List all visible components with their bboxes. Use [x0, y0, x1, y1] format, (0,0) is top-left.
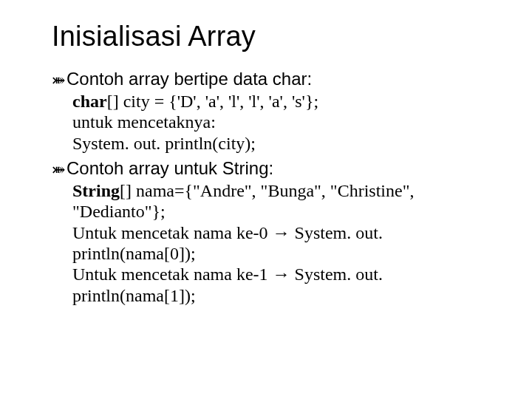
bullet-group-2: ⤘ Contoh array untuk String: String[] na…: [52, 158, 484, 306]
bullet-group-1: ⤘ Contoh array bertipe data char: char[]…: [52, 69, 484, 154]
keyword-char: char: [72, 92, 107, 111]
bullet-icon: ⤘: [52, 160, 65, 180]
keyword-string: String: [72, 181, 120, 200]
bullet-icon: ⤘: [52, 71, 65, 90]
code-line-println-city: System. out. println(city);: [72, 133, 484, 154]
bullet-text-2: Contoh array untuk String:: [66, 158, 484, 179]
text-print-label: untuk mencetaknya:: [72, 112, 484, 132]
bullet-text-1: Contoh array bertipe data char:: [66, 69, 484, 89]
slide: Inisialisasi Array ⤘ Contoh array bertip…: [0, 0, 532, 306]
code-line-string-decl: String[] nama={"Andre", "Bunga", "Christ…: [72, 180, 484, 222]
code-rest-1: [] city = {'D', 'a', 'l', 'l', 'a', 's'}…: [107, 92, 318, 111]
bullet-item-1: ⤘ Contoh array bertipe data char:: [52, 69, 484, 89]
code-rest-2: [] nama={"Andre", "Bunga", "Christine", …: [72, 181, 414, 221]
slide-title: Inisialisasi Array: [52, 21, 484, 52]
code-line-print-0: Untuk mencetak nama ke-0 → System. out. …: [72, 222, 484, 265]
code-line-char-decl: char[] city = {'D', 'a', 'l', 'l', 'a', …: [72, 91, 484, 112]
code-line-print-1: Untuk mencetak nama ke-1 → System. out. …: [72, 264, 484, 306]
bullet-item-2: ⤘ Contoh array untuk String:: [52, 158, 484, 179]
